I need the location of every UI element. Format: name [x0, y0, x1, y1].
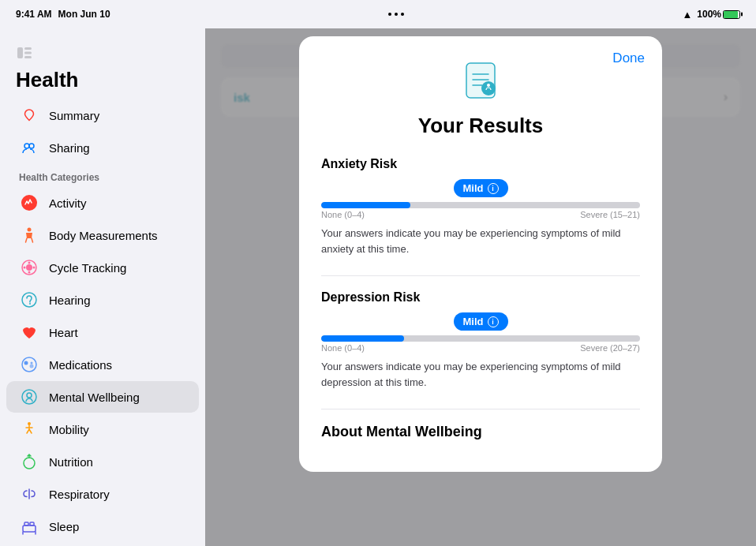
mental-wellbeing-label: Mental Wellbeing: [49, 391, 140, 404]
modal-overlay: Done Your Results: [205, 28, 756, 546]
respiratory-label: Respiratory: [49, 488, 110, 501]
sidebar-item-sleep[interactable]: Sleep: [6, 510, 199, 542]
svg-rect-24: [23, 525, 36, 532]
status-bar-right: ▲ 100%: [682, 9, 740, 21]
status-bar-left: 9:41 AM Mon Jun 10: [16, 9, 110, 20]
depression-badge-label: Mild: [463, 316, 484, 327]
app-title: Health: [0, 65, 205, 99]
cycle-label: Cycle Tracking: [49, 261, 126, 275]
body-icon: [19, 225, 39, 245]
svg-point-15: [29, 303, 31, 305]
main-content: isk May 12 › Done: [205, 28, 756, 546]
anxiety-progress-track: [321, 202, 640, 208]
mental-wellbeing-icon: [19, 387, 39, 407]
sidebar: Health Summary: [0, 28, 205, 546]
sidebar-item-medications[interactable]: Medications: [6, 349, 199, 380]
anxiety-label-right: Severe (15–21): [580, 210, 640, 219]
done-button[interactable]: Done: [612, 50, 645, 66]
anxiety-progress-labels: None (0–4) Severe (15–21): [321, 210, 640, 219]
modal-icon-container: [321, 58, 640, 103]
sidebar-item-activity[interactable]: Activity: [6, 187, 199, 219]
summary-label: Summary: [49, 109, 99, 122]
depression-badge: Mild i: [454, 312, 508, 331]
sidebar-header: [0, 38, 205, 65]
svg-point-5: [29, 144, 34, 148]
sleep-label: Sleep: [49, 520, 79, 533]
svg-point-23: [24, 458, 35, 469]
activity-icon: [19, 193, 39, 213]
respiratory-icon: [19, 484, 39, 504]
sidebar-item-body-measurements[interactable]: Body Measurements: [6, 219, 199, 251]
svg-point-18: [30, 365, 34, 368]
hearing-label: Hearing: [49, 294, 91, 307]
svg-rect-26: [30, 522, 34, 525]
sleep-icon: [19, 516, 39, 537]
svg-point-17: [24, 361, 28, 365]
heart-label: Heart: [49, 326, 78, 339]
depression-description: Your answers indicate you may be experie…: [321, 359, 640, 390]
summary-icon: [19, 105, 39, 125]
status-bar: 9:41 AM Mon Jun 10 ▲ 100%: [0, 0, 756, 28]
anxiety-title: Anxiety Risk: [321, 157, 640, 171]
sidebar-item-sharing[interactable]: Sharing: [6, 132, 199, 163]
sidebar-item-hearing[interactable]: Hearing: [6, 284, 199, 316]
sidebar-item-cycle-tracking[interactable]: Cycle Tracking: [6, 252, 199, 283]
app-container: Health Summary: [0, 28, 756, 546]
svg-rect-2: [24, 52, 32, 54]
sidebar-toggle-icon[interactable]: [16, 44, 33, 62]
medications-label: Medications: [49, 358, 112, 372]
depression-progress-track: [321, 335, 640, 342]
sidebar-item-symptoms[interactable]: Symptoms: [6, 543, 199, 546]
svg-point-34: [481, 81, 496, 95]
anxiety-description: Your answers indicate you may be experie…: [321, 226, 640, 256]
sidebar-item-summary[interactable]: Summary: [6, 99, 199, 131]
modal-title: Your Results: [321, 114, 640, 138]
anxiety-progress-fill: [321, 202, 410, 208]
activity-label: Activity: [49, 196, 87, 210]
mobility-icon: [19, 419, 39, 439]
sidebar-item-nutrition[interactable]: Nutrition: [6, 446, 199, 477]
svg-point-16: [22, 357, 36, 372]
wifi-icon: ▲: [682, 9, 692, 21]
svg-point-20: [22, 390, 36, 404]
svg-rect-1: [24, 47, 32, 50]
svg-point-4: [24, 144, 29, 148]
svg-point-11: [33, 267, 36, 269]
sidebar-item-respiratory[interactable]: Respiratory: [6, 478, 199, 510]
depression-label-right: Severe (20–27): [580, 343, 640, 353]
mental-wellbeing-modal-icon: [458, 58, 503, 103]
anxiety-info-icon[interactable]: i: [488, 183, 499, 194]
depression-section: Depression Risk Mild i: [321, 290, 640, 390]
status-date: Mon Jun 10: [58, 9, 110, 20]
dot2: [395, 13, 398, 16]
svg-point-19: [31, 362, 33, 365]
dot3: [401, 13, 404, 16]
depression-title: Depression Risk: [321, 290, 640, 305]
dot1: [388, 13, 391, 16]
sharing-icon: [19, 137, 39, 158]
cycle-icon: [19, 257, 39, 278]
sidebar-item-mobility[interactable]: Mobility: [6, 413, 199, 445]
nutrition-label: Nutrition: [49, 455, 93, 469]
svg-point-10: [24, 267, 26, 269]
heart-icon: [19, 322, 39, 342]
svg-rect-0: [17, 47, 23, 58]
depression-label-left: None (0–4): [321, 343, 365, 353]
anxiety-label-left: None (0–4): [321, 210, 365, 219]
medications-icon: [19, 354, 39, 375]
sidebar-item-mental-wellbeing[interactable]: Mental Wellbeing: [6, 381, 199, 413]
body-label: Body Measurements: [49, 229, 158, 242]
battery-fill: [724, 11, 738, 18]
status-bar-center: [388, 13, 404, 16]
sidebar-item-heart[interactable]: Heart: [6, 316, 199, 348]
depression-info-icon[interactable]: i: [488, 316, 499, 327]
depression-badge-row: Mild i: [321, 312, 640, 331]
about-divider: [321, 409, 640, 410]
battery-bar: [723, 10, 740, 19]
hearing-icon: [19, 290, 39, 310]
svg-rect-25: [24, 522, 28, 525]
svg-point-7: [28, 228, 32, 232]
battery-percent: 100%: [697, 9, 721, 20]
nutrition-icon: [19, 451, 39, 472]
svg-rect-3: [24, 56, 32, 58]
